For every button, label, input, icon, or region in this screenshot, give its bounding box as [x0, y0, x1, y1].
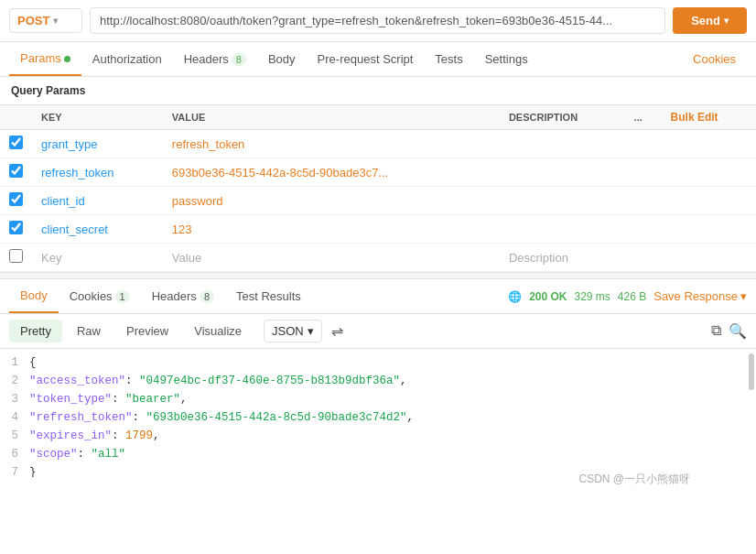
- save-chevron-icon: ▾: [740, 289, 747, 303]
- table-row: client_secret 123: [0, 215, 756, 244]
- empty-description: Description: [500, 244, 625, 272]
- fmt-actions: ⧉ 🔍: [711, 322, 747, 340]
- line-number: 3: [0, 393, 29, 411]
- line-content: "access_token": "0497e4bc-df37-460e-8755…: [29, 375, 756, 393]
- tab-headers[interactable]: Headers8: [173, 43, 257, 75]
- url-input[interactable]: [90, 7, 665, 34]
- row-description: [500, 130, 625, 158]
- table-row: client_id password: [0, 187, 756, 215]
- line-content: "expires_in": 1799,: [29, 429, 756, 448]
- code-area: 1{2 "access_token": "0497e4bc-df37-460e-…: [0, 349, 756, 477]
- table-row: refresh_token 693b0e36-4515-442a-8c5d-90…: [0, 158, 756, 187]
- fmt-tab-raw[interactable]: Raw: [66, 320, 112, 342]
- resp-status: 🌐 200 OK 329 ms 426 B Save Response ▾: [508, 289, 747, 303]
- empty-more: [625, 244, 662, 272]
- tab-tests[interactable]: Tests: [424, 43, 473, 75]
- row-checkbox[interactable]: [9, 136, 23, 149]
- fmt-tab-pretty[interactable]: Pretty: [9, 320, 62, 342]
- line-number: 6: [0, 448, 29, 466]
- tab-params[interactable]: Params: [9, 42, 81, 76]
- row-value[interactable]: 693b0e36-4515-442a-8c5d-90bade3c7...: [163, 158, 500, 187]
- code-line: 3 "token_type": "bearer",: [0, 393, 756, 411]
- line-number: 4: [0, 411, 29, 429]
- request-tabs-row: Params Authorization Headers8 Body Pre-r…: [0, 42, 756, 77]
- section-divider: [0, 272, 756, 279]
- response-tabs-row: Body Cookies1 Headers8 Test Results 🌐 20…: [0, 279, 756, 314]
- row-value[interactable]: password: [163, 187, 500, 215]
- json-format-chevron-icon: ▾: [308, 324, 314, 338]
- row-checkbox[interactable]: [9, 164, 23, 178]
- code-line: 1{: [0, 356, 756, 375]
- fmt-tab-visualize[interactable]: Visualize: [183, 320, 253, 342]
- send-label: Send: [691, 14, 720, 27]
- tab-prerequest[interactable]: Pre-request Script: [307, 43, 425, 75]
- row-bulkedit: [662, 158, 756, 187]
- row-key[interactable]: refresh_token: [32, 158, 163, 187]
- code-line: 5 "expires_in": 1799,: [0, 429, 756, 448]
- th-checkbox: [0, 105, 32, 130]
- line-number: 2: [0, 375, 29, 393]
- row-bulkedit: [662, 187, 756, 215]
- watermark: CSDN @一只小熊猫呀: [0, 468, 701, 491]
- method-chevron-icon: ▾: [53, 16, 58, 26]
- tab-settings[interactable]: Settings: [474, 43, 539, 75]
- th-bulk-edit[interactable]: Bulk Edit: [662, 105, 756, 130]
- send-button[interactable]: Send ▾: [673, 7, 747, 34]
- row-key[interactable]: grant_type: [32, 130, 163, 158]
- fmt-tab-preview[interactable]: Preview: [115, 320, 179, 342]
- row-description: [500, 158, 625, 187]
- line-content: {: [29, 356, 756, 375]
- empty-bulk: [662, 244, 756, 272]
- row-description: [500, 187, 625, 215]
- line-content: "scope": "all": [29, 448, 756, 466]
- empty-value[interactable]: Value: [163, 244, 500, 272]
- empty-key[interactable]: Key: [32, 244, 163, 272]
- line-content: "token_type": "bearer",: [29, 393, 756, 411]
- row-key[interactable]: client_secret: [32, 215, 163, 244]
- row-more: [625, 158, 662, 187]
- tab-authorization[interactable]: Authorization: [81, 43, 173, 75]
- filter-icon[interactable]: ⇌: [331, 322, 343, 340]
- resp-tab-headers[interactable]: Headers8: [141, 280, 225, 312]
- top-bar: POST ▾ Send ▾: [0, 0, 756, 42]
- status-time: 329 ms: [575, 290, 610, 303]
- line-number: 1: [0, 356, 29, 375]
- th-key: KEY: [32, 105, 163, 130]
- scrollbar: [749, 353, 754, 390]
- resp-tab-body[interactable]: Body: [9, 279, 59, 313]
- th-description: DESCRIPTION: [500, 105, 625, 130]
- globe-icon: 🌐: [508, 290, 522, 303]
- code-line: 4 "refresh_token": "693b0e36-4515-442a-8…: [0, 411, 756, 429]
- line-content: "refresh_token": "693b0e36-4515-442a-8c5…: [29, 411, 756, 429]
- status-ok: 200 OK: [529, 290, 567, 303]
- row-value[interactable]: refresh_token: [163, 130, 500, 158]
- row-description: [500, 215, 625, 244]
- row-more: [625, 215, 662, 244]
- copy-icon[interactable]: ⧉: [711, 322, 721, 340]
- table-row-empty: Key Value Description: [0, 244, 756, 272]
- line-number: 5: [0, 429, 29, 448]
- params-dot: [64, 56, 70, 62]
- row-key[interactable]: client_id: [32, 187, 163, 215]
- method-select[interactable]: POST ▾: [9, 8, 82, 33]
- save-response-button[interactable]: Save Response ▾: [653, 289, 747, 303]
- th-more: ...: [625, 105, 662, 130]
- table-row: grant_type refresh_token: [0, 130, 756, 158]
- status-size: 426 B: [618, 290, 646, 303]
- search-icon[interactable]: 🔍: [729, 322, 747, 340]
- query-params-title: Query Params: [0, 77, 756, 104]
- params-table: KEY VALUE DESCRIPTION ... Bulk Edit gran…: [0, 104, 756, 272]
- json-format-select[interactable]: JSON ▾: [264, 320, 322, 342]
- resp-tab-test-results[interactable]: Test Results: [225, 280, 312, 312]
- tab-body[interactable]: Body: [257, 43, 307, 75]
- method-label: POST: [17, 14, 49, 27]
- code-line: 2 "access_token": "0497e4bc-df37-460e-87…: [0, 375, 756, 393]
- cookies-button[interactable]: Cookies: [682, 43, 747, 75]
- resp-tab-cookies[interactable]: Cookies1: [59, 280, 141, 312]
- row-value[interactable]: 123: [163, 215, 500, 244]
- row-bulkedit: [662, 130, 756, 158]
- row-bulkedit: [662, 215, 756, 244]
- empty-checkbox[interactable]: [9, 249, 23, 263]
- row-checkbox[interactable]: [9, 192, 23, 206]
- row-checkbox[interactable]: [9, 221, 23, 234]
